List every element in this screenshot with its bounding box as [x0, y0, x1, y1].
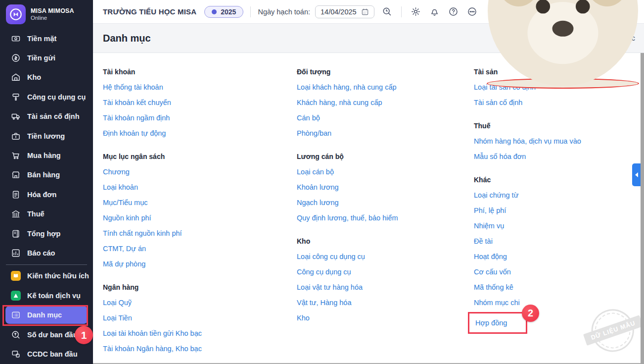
- category-link[interactable]: Phí, lệ phí: [474, 207, 506, 214]
- category-link-row: Mẫu số hóa đơn: [474, 149, 644, 164]
- category-link[interactable]: Loại Tiền: [103, 314, 132, 322]
- truck-icon: [11, 111, 21, 121]
- sidebar-item-label: Tài sản cố định: [27, 112, 80, 120]
- category-link-row: Chương: [103, 164, 297, 179]
- category-link[interactable]: Vật tư, Hàng hóa: [297, 299, 351, 307]
- sidebar-item-ke-toan-dich-vu[interactable]: Kế toán dịch vụ: [0, 286, 93, 305]
- category-link[interactable]: Mẫu số hóa đơn: [474, 153, 526, 160]
- sidebar-item-ban-hang[interactable]: Bán hàng: [0, 165, 93, 185]
- misa-logo-icon: [6, 4, 26, 24]
- sidebar-item-thue[interactable]: Thuế: [0, 205, 93, 224]
- category-link[interactable]: Loại khoản: [103, 183, 138, 191]
- category-link-row: Tài khoản kết chuyển: [103, 95, 297, 110]
- category-section: Lương cán bộLoại cán bộKhoản lươngNgạch …: [297, 149, 474, 225]
- category-link[interactable]: Loại cán bộ: [297, 168, 334, 176]
- sidebar-item-label: Tiền mặt: [27, 35, 56, 43]
- fiscal-year-badge[interactable]: 2025: [204, 6, 243, 18]
- category-section: KhoLoại công cụ dụng cụCông cụ dụng cụLo…: [297, 233, 474, 325]
- sidebar-item-tien-gui[interactable]: Tiền gửi: [0, 48, 93, 67]
- sidebar-item-tai-san-co-inh[interactable]: Tài sản cố định: [0, 107, 93, 126]
- sidebar-item-ccdc-ban-au[interactable]: CCDC ban đầu: [0, 344, 93, 364]
- page-title: Danh mục: [103, 33, 151, 44]
- sidebar-item-hoa-on[interactable]: Hóa đơn: [0, 185, 93, 204]
- category-link[interactable]: Tài sản cố định: [474, 99, 522, 106]
- sidebar-item-label: Kho: [27, 73, 41, 81]
- category-link-row: Khách hàng, nhà cung cấp: [297, 95, 474, 110]
- app-edition: Online: [31, 15, 74, 21]
- sidebar-item-kien-thuc-huu-ich[interactable]: Kiến thức hữu ích: [0, 266, 93, 286]
- warehouse-icon: [11, 72, 21, 82]
- category-link[interactable]: Ngạch lương: [297, 199, 339, 207]
- category-link[interactable]: Loại Quỹ: [103, 299, 132, 307]
- notifications-icon[interactable]: [429, 6, 440, 17]
- vertical-scrollbar[interactable]: [641, 53, 644, 364]
- sidebar-item-tong-hop[interactable]: Tổng hợp: [0, 224, 93, 243]
- more-icon[interactable]: [467, 6, 477, 17]
- sidebar-item-tien-luong[interactable]: Tiền lương: [0, 126, 93, 146]
- tools-icon: [11, 92, 21, 102]
- category-link[interactable]: Khách hàng, nhà cung cấp: [297, 99, 382, 106]
- category-link[interactable]: Nhiệm vụ: [474, 222, 504, 230]
- category-link[interactable]: Nguồn kinh phí: [103, 214, 151, 222]
- category-link[interactable]: Định khoản tự động: [103, 129, 166, 137]
- category-link-hop-dong[interactable]: Hợp đồng: [475, 319, 507, 327]
- category-link[interactable]: CTMT, Dự án: [103, 245, 146, 253]
- category-link[interactable]: Tính chất nguồn kinh phí: [103, 229, 182, 237]
- search-icon[interactable]: [382, 6, 392, 17]
- sidebar-item-label: Kiến thức hữu ích: [27, 272, 89, 280]
- category-link[interactable]: Đề tài: [474, 237, 493, 245]
- category-link-row: Vật tư, Hàng hóa: [297, 295, 474, 310]
- app-brand[interactable]: MISA MIMOSA Online: [0, 0, 93, 27]
- ledger-icon: [11, 229, 21, 239]
- categories-panel: Tài khoảnHệ thống tài khoảnTài khoản kết…: [93, 53, 644, 364]
- settings-icon[interactable]: [411, 6, 421, 17]
- category-link-row: Mã thống kê: [474, 279, 644, 295]
- category-section: Ngân hàngLoại QuỹLoại TiềnLoại tài khoản…: [103, 279, 297, 356]
- category-link[interactable]: Cán bộ: [297, 114, 320, 122]
- category-link[interactable]: Mục/Tiểu mục: [103, 199, 148, 207]
- category-link-row: Kho: [297, 310, 474, 325]
- category-link[interactable]: Hệ thống tài khoản: [103, 83, 163, 91]
- category-link[interactable]: Mã thống kê: [474, 283, 513, 291]
- category-link[interactable]: Nhóm hàng hóa, dịch vụ mua vào: [474, 137, 581, 145]
- category-link[interactable]: Kho: [297, 314, 310, 322]
- collapse-panel-handle[interactable]: [632, 163, 641, 186]
- app-window: MISA MIMOSA Online Tiền mặtTiền gửiKhoCô…: [0, 0, 644, 364]
- category-link-row: Nhóm mục chi: [474, 295, 644, 310]
- category-link[interactable]: Công cụ dụng cụ: [297, 268, 351, 276]
- sidebar-item-cong-cu-dung-cu[interactable]: Công cụ dụng cụ: [0, 87, 93, 106]
- sidebar-item-label: Số dư ban đầu: [27, 331, 78, 339]
- category-link[interactable]: Nhóm mục chi: [474, 299, 520, 307]
- category-link[interactable]: Khoản lương: [297, 183, 339, 191]
- category-link[interactable]: Quy định lương, thuế, bảo hiểm: [297, 214, 398, 222]
- category-link[interactable]: Loại vật tư hàng hóa: [297, 283, 363, 291]
- bank-icon: [11, 209, 21, 219]
- category-column-2: Đối tượngLoại khách hàng, nhà cung cấpKh…: [297, 64, 474, 364]
- help-icon[interactable]: [448, 6, 459, 17]
- category-link[interactable]: Loại tài khoản tiền gửi Kho bạc: [103, 329, 202, 337]
- knowledge-icon: [11, 271, 21, 281]
- category-link[interactable]: Phòng/ban: [297, 129, 331, 137]
- category-link[interactable]: Hoạt động: [474, 253, 507, 260]
- category-link[interactable]: Tài khoản kết chuyển: [103, 99, 171, 106]
- app-name: MISA MIMOSA: [31, 7, 74, 14]
- sidebar-item-kho[interactable]: Kho: [0, 68, 93, 87]
- sidebar-item-mua-hang[interactable]: Mua hàng: [0, 146, 93, 165]
- sidebar-item-bao-cao[interactable]: Báo cáo: [0, 243, 93, 262]
- user-avatar[interactable]: !: [487, 0, 637, 88]
- cash-icon: [11, 34, 21, 44]
- posting-date-input[interactable]: 14/04/2025: [315, 5, 374, 18]
- sidebar-item-tien-mat[interactable]: Tiền mặt: [0, 29, 93, 48]
- category-link[interactable]: Mã dự phòng: [103, 260, 145, 268]
- category-link-row: Ngạch lương: [297, 195, 474, 210]
- category-link[interactable]: Loại chứng từ: [474, 191, 518, 199]
- category-link[interactable]: Loại công cụ dụng cụ: [297, 253, 365, 260]
- report-icon: [11, 248, 21, 258]
- category-link[interactable]: Tài khoản Ngân hàng, Kho bạc: [103, 345, 202, 353]
- category-section: KhácLoại chứng từPhí, lệ phíNhiệm vụĐề t…: [474, 172, 644, 334]
- category-link[interactable]: Cơ cấu vốn: [474, 268, 511, 276]
- posting-date-label: Ngày hạch toán:: [258, 8, 310, 16]
- salary-icon: [11, 131, 21, 141]
- category-link[interactable]: Tài khoản ngầm định: [103, 114, 170, 122]
- category-link[interactable]: Chương: [103, 168, 130, 176]
